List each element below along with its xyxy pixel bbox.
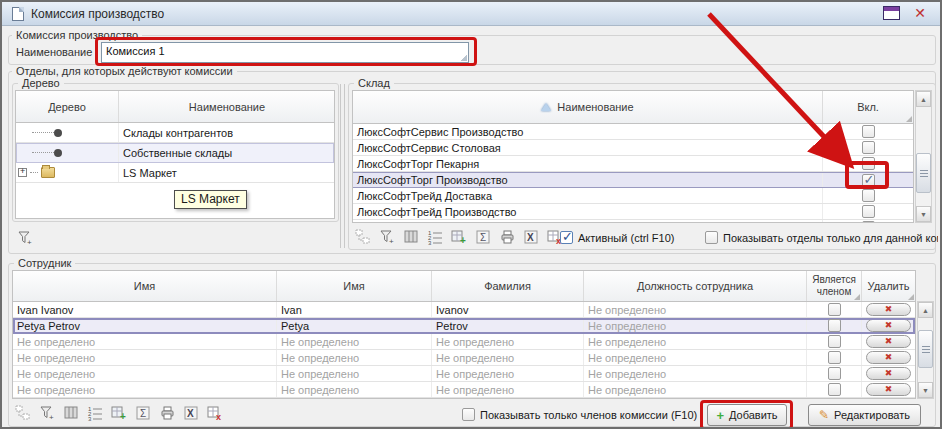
- emp-col-header-first[interactable]: Имя: [277, 271, 432, 301]
- warehouse-row-selected[interactable]: ЛюксСофтТорг Производство: [353, 172, 913, 188]
- departments-group-label: Отделы, для которых действуют комиссии: [12, 65, 237, 77]
- hierarchy-icon[interactable]: [14, 405, 31, 421]
- delete-row-button[interactable]: [866, 335, 911, 348]
- employees-toolbar: + 123 + Σ X x: [14, 405, 223, 421]
- node-bullet-icon: [54, 129, 62, 137]
- warehouse-table: Наименование Вкл. ЛюксСофтСервис Произво…: [352, 90, 914, 223]
- warehouse-row[interactable]: ЛюксСофтСервис Производство: [353, 124, 913, 140]
- emp-col-header-delete[interactable]: Удалить: [862, 271, 915, 301]
- member-checkbox[interactable]: [828, 367, 841, 380]
- member-checkbox[interactable]: [828, 351, 841, 364]
- show-depts-checkbox[interactable]: [705, 231, 718, 244]
- warehouse-row-clipped[interactable]: ЛюксСофтТрейд Снабжение: [353, 220, 913, 223]
- show-depts-checkbox-row[interactable]: Показывать отделы только для данной коми…: [705, 231, 938, 244]
- name-input[interactable]: Комиссия 1: [101, 42, 469, 63]
- enabled-checkbox[interactable]: [862, 221, 875, 223]
- emp-col-header-last[interactable]: Фамилия: [432, 271, 584, 301]
- tree-node-tooltip: LS Маркет: [174, 190, 247, 209]
- input-resize-grip[interactable]: [460, 54, 467, 61]
- scroll-down-icon[interactable]: ▼: [916, 206, 931, 222]
- emp-col-header-member[interactable]: Является членом: [807, 271, 862, 301]
- employee-row[interactable]: Не определено Не определено Не определен…: [13, 334, 915, 350]
- warehouse-row[interactable]: ЛюксСофтТорг Пекарня: [353, 156, 913, 172]
- warehouse-row[interactable]: ЛюксСофтТрейд Производство: [353, 204, 913, 220]
- member-checkbox[interactable]: [828, 335, 841, 348]
- enabled-checkbox[interactable]: [862, 205, 875, 218]
- show-members-checkbox[interactable]: [462, 408, 475, 421]
- warehouse-row[interactable]: ЛюксСофтСервис Столовая: [353, 140, 913, 156]
- warehouse-col-header-name[interactable]: Наименование: [353, 91, 823, 123]
- show-members-checkbox-row[interactable]: Показывать только членов комиссии (F10): [462, 408, 697, 421]
- svg-text:Σ: Σ: [480, 232, 486, 243]
- delete-row-button[interactable]: [866, 319, 911, 332]
- enabled-checkbox[interactable]: [862, 125, 875, 138]
- add-button[interactable]: + Добавить: [707, 404, 787, 426]
- export-excel-icon[interactable]: X: [182, 405, 199, 421]
- export-excel-icon[interactable]: X: [522, 229, 539, 245]
- tree-row[interactable]: Склады контрагентов: [16, 123, 334, 143]
- hierarchy-icon[interactable]: [354, 229, 371, 245]
- member-checkbox[interactable]: [828, 319, 841, 332]
- tree-warehouse-splitter[interactable]: [340, 84, 345, 248]
- employee-row[interactable]: Ivan Ivanov Ivan Ivanov Не определено: [13, 302, 915, 318]
- window-document-icon: [12, 7, 24, 21]
- tree-row[interactable]: LS Маркет: [16, 163, 334, 183]
- enabled-checkbox[interactable]: [862, 141, 875, 154]
- enabled-checkbox-checked[interactable]: [862, 174, 875, 187]
- delete-row-button[interactable]: [866, 351, 911, 364]
- delete-row-button[interactable]: [866, 303, 911, 316]
- numbered-list-icon[interactable]: 123: [86, 405, 103, 421]
- tree-group-label: Дерево: [18, 77, 64, 89]
- close-icon[interactable]: ✕: [914, 6, 926, 20]
- filter-plus-icon[interactable]: +: [378, 229, 395, 245]
- employee-row[interactable]: Не определено Не определено Не определен…: [13, 382, 915, 398]
- restore-window-icon[interactable]: [883, 6, 900, 20]
- node-bullet-icon: [54, 149, 62, 157]
- warehouse-row[interactable]: ЛюксСофтТрейд Доставка: [353, 188, 913, 204]
- emp-col-header-position[interactable]: Должность сотрудника: [584, 271, 807, 301]
- warehouse-col-header-enabled[interactable]: Вкл.: [823, 91, 913, 123]
- columns-icon[interactable]: [62, 405, 79, 421]
- print-icon[interactable]: [158, 405, 175, 421]
- table-add-icon[interactable]: +: [450, 229, 467, 245]
- scrollbar-thumb[interactable]: [916, 153, 931, 193]
- sum-icon[interactable]: Σ: [134, 405, 151, 421]
- active-checkbox[interactable]: [560, 231, 573, 244]
- warehouse-scrollbar[interactable]: ▲ ▼: [915, 90, 932, 223]
- columns-icon[interactable]: [402, 229, 419, 245]
- table-delete-icon[interactable]: x: [206, 405, 223, 421]
- scroll-up-icon[interactable]: ▲: [916, 91, 931, 107]
- print-icon[interactable]: [498, 229, 515, 245]
- delete-row-button[interactable]: [866, 383, 911, 396]
- sum-icon[interactable]: Σ: [474, 229, 491, 245]
- enabled-checkbox[interactable]: [862, 157, 875, 170]
- svg-text:Σ: Σ: [140, 408, 146, 419]
- employee-row[interactable]: Не определено Не определено Не определен…: [13, 366, 915, 382]
- delete-row-button[interactable]: [866, 367, 911, 380]
- svg-text:+: +: [120, 411, 126, 421]
- emp-col-header-name[interactable]: Имя: [13, 271, 277, 301]
- table-add-icon[interactable]: +: [110, 405, 127, 421]
- employee-row-selected[interactable]: Petya Petrov Petya Petrov Не определено: [13, 318, 915, 334]
- scrollbar-thumb[interactable]: [918, 330, 933, 368]
- tree-col-header-tree[interactable]: Дерево: [16, 91, 119, 122]
- member-checkbox[interactable]: [828, 383, 841, 396]
- svg-text:+: +: [460, 235, 466, 245]
- tree-col-header-name[interactable]: Наименование: [119, 91, 335, 122]
- window-title: Комиссия производство: [31, 7, 164, 21]
- scroll-down-icon[interactable]: ▼: [918, 382, 933, 398]
- edit-button-label: Редактировать: [834, 409, 910, 421]
- employees-scrollbar[interactable]: ▲ ▼: [917, 301, 934, 399]
- employee-row[interactable]: Не определено Не определено Не определен…: [13, 350, 915, 366]
- tree-row[interactable]: Собственные склады: [16, 143, 334, 163]
- member-checkbox[interactable]: [828, 303, 841, 316]
- filter-plus-icon[interactable]: +: [16, 230, 33, 246]
- edit-button[interactable]: ✎ Редактировать: [808, 404, 921, 426]
- filter-plus-icon[interactable]: +: [38, 405, 55, 421]
- scroll-up-icon[interactable]: ▲: [918, 302, 933, 318]
- enabled-checkbox[interactable]: [862, 189, 875, 202]
- commission-group-label: Комиссия производство: [12, 29, 142, 41]
- numbered-list-icon[interactable]: 123: [426, 229, 443, 245]
- expand-plus-icon[interactable]: [18, 168, 27, 177]
- active-checkbox-row[interactable]: Активный (ctrl F10): [560, 231, 674, 244]
